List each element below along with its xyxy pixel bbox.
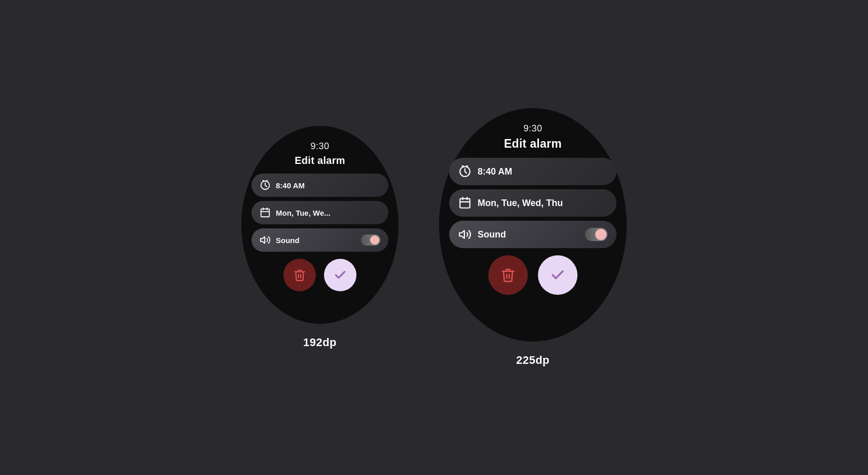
toggle-track-2 — [585, 228, 607, 241]
watch-face-1: 9:30 Edit alarm 8:40 AM — [241, 126, 399, 324]
sound-text-1: Sound — [276, 236, 300, 245]
toggle-track-1 — [361, 234, 380, 246]
alarm-time-item-1[interactable]: 8:40 AM — [251, 174, 388, 197]
alarm-time-text-2: 8:40 AM — [478, 166, 512, 177]
toggle-thumb-2 — [595, 229, 606, 240]
sound-toggle-1[interactable] — [361, 234, 380, 246]
schedule-text-1: Mon, Tue, We... — [276, 209, 331, 217]
delete-button-2[interactable] — [488, 255, 528, 295]
action-buttons-2 — [488, 255, 577, 295]
sound-left-1: Sound — [260, 234, 300, 246]
watch-title-1: Edit alarm — [295, 155, 345, 166]
action-buttons-1 — [283, 259, 356, 291]
sound-left-2: Sound — [458, 228, 506, 241]
watch-device-2: 9:30 Edit alarm 8:40 AM — [439, 108, 627, 367]
confirm-button-1[interactable] — [324, 259, 356, 291]
alarm-time-item-2[interactable]: 8:40 AM — [449, 158, 617, 185]
schedule-left-1: Mon, Tue, We... — [260, 207, 331, 218]
schedule-item-1[interactable]: Mon, Tue, We... — [251, 201, 388, 224]
schedule-item-2[interactable]: Mon, Tue, Wed, Thu — [449, 189, 617, 217]
alarm-time-left-2: 8:40 AM — [458, 165, 512, 178]
sound-item-2[interactable]: Sound — [449, 221, 617, 248]
schedule-left-2: Mon, Tue, Wed, Thu — [458, 196, 563, 210]
svg-rect-3 — [261, 209, 270, 217]
watch-device-1: 9:30 Edit alarm 8:40 AM — [241, 126, 399, 349]
dp-label-2: 225dp — [516, 354, 550, 367]
calendar-icon-2 — [458, 196, 472, 210]
sound-text-2: Sound — [478, 229, 506, 240]
watch-face-2: 9:30 Edit alarm 8:40 AM — [439, 108, 627, 342]
clock-icon-2 — [458, 165, 472, 178]
clock-icon-1 — [260, 180, 271, 191]
toggle-thumb-1 — [370, 235, 379, 245]
watch-time-1: 9:30 — [310, 141, 329, 152]
confirm-button-2[interactable] — [538, 255, 577, 295]
alarm-time-text-1: 8:40 AM — [276, 181, 305, 190]
svg-rect-11 — [460, 198, 470, 208]
svg-marker-15 — [459, 230, 464, 238]
calendar-icon-1 — [260, 207, 271, 218]
sound-item-1[interactable]: Sound — [251, 228, 388, 252]
sound-icon-2 — [458, 228, 472, 241]
delete-button-1[interactable] — [283, 259, 316, 291]
svg-marker-7 — [261, 237, 265, 244]
watch-title-2: Edit alarm — [504, 137, 562, 151]
sound-toggle-2[interactable] — [585, 228, 607, 241]
schedule-text-2: Mon, Tue, Wed, Thu — [478, 198, 563, 209]
alarm-time-left-1: 8:40 AM — [260, 180, 305, 191]
watch-time-2: 9:30 — [523, 123, 542, 134]
dp-label-1: 192dp — [303, 336, 337, 349]
sound-icon-1 — [260, 234, 271, 246]
